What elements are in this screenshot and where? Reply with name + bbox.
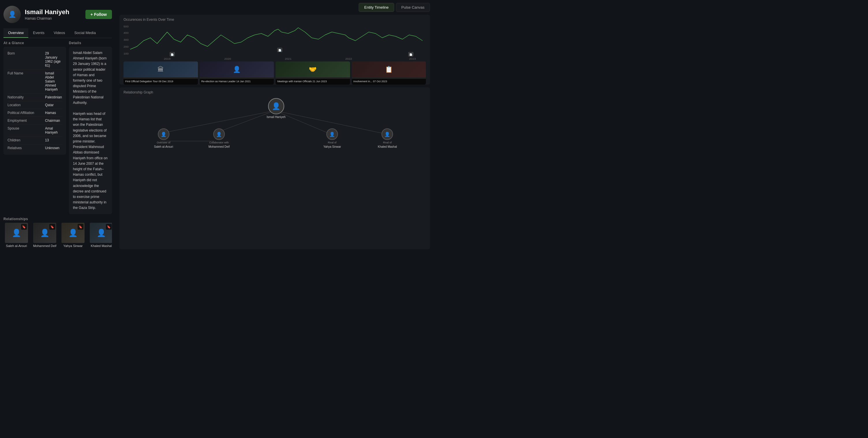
graph-area: 👤 Ismail Haniyeh 👤 Overseer of Saleh al-… <box>124 97 426 160</box>
glance-value-nationality: Palestinian <box>45 95 62 99</box>
tab-pulse-canvas[interactable]: Pulse Canvas <box>396 3 430 12</box>
rel-img-khaled: 👤 🔖 <box>90 223 112 243</box>
glance-row-children: Children 13 <box>7 136 62 144</box>
glance-value-employment: Chairman <box>45 119 60 123</box>
glance-row-relatives: Relatives Unknown <box>7 144 62 152</box>
rel-img-yahya: 👤 🔖 <box>61 223 85 243</box>
svg-text:2022: 2022 <box>345 57 352 60</box>
svg-text:2020: 2020 <box>224 57 231 60</box>
save-icon-mohammed[interactable]: 🔖 <box>49 224 55 230</box>
event-card-meetings[interactable]: 🤝 Meetings with Iranian Officials 21 Jun… <box>276 61 350 85</box>
event-label-involvement: Involvement in... 07 Oct 2023 <box>352 79 426 85</box>
relationship-graph-title: Relationship Graph <box>124 90 426 94</box>
graph-node-yahya[interactable]: 👤 Rival of Yahya Sinwar <box>323 128 341 148</box>
rel-img-mohammed: 👤 🔖 <box>33 223 56 243</box>
glance-label-political: Political Affiliation <box>7 111 45 115</box>
entity-name: Ismail Haniyeh <box>25 8 82 16</box>
sub-node-role-khaled: Rival of <box>383 141 392 144</box>
glance-card: Born 29 January 1962 (age 61) Full Name … <box>3 47 66 155</box>
glance-row-employment: Employment Chairman <box>7 117 62 125</box>
entity-subtitle: Hamas Chairman <box>25 17 82 21</box>
rel-card-yahya[interactable]: 👤 🔖 Yahya Sinwar <box>60 223 86 248</box>
tab-overview[interactable]: Overview <box>3 28 28 38</box>
tab-social-media[interactable]: Social Media <box>69 28 100 38</box>
svg-text:300: 300 <box>124 38 129 41</box>
rel-name-saleh: Saleh al-Arouri <box>6 244 27 248</box>
sub-node-circle-yahya: 👤 <box>327 128 338 140</box>
details-title: Details <box>69 41 112 45</box>
event-card-delegation[interactable]: 🏛 First Official Delegation Tour 09 Dec … <box>124 61 198 85</box>
sub-node-name-saleh: Saleh al-Arouri <box>154 145 173 148</box>
event-img-meetings: 🤝 <box>276 61 350 77</box>
entity-header: 👤 Ismail Haniyeh Hamas Chairman + Follow <box>3 3 112 25</box>
rel-card-mohammed[interactable]: 👤 🔖 Mohammed Deif <box>32 223 58 248</box>
tab-videos[interactable]: Videos <box>49 28 70 38</box>
glance-value-children: 13 <box>45 138 49 142</box>
chart-section: Occurences in Events Over Time 500 400 3… <box>120 15 430 85</box>
follow-button[interactable]: + Follow <box>85 10 112 19</box>
relationships-section: Relationships 👤 🔖 Saleh al-Arouri 👤 🔖 Mo… <box>3 217 112 249</box>
graph-node-saleh[interactable]: 👤 Overseer of Saleh al-Arouri <box>154 128 173 148</box>
event-img-reelection: 👤 <box>200 61 274 77</box>
glance-label-children: Children <box>7 138 45 142</box>
sub-node-name-mohammed: Mohammed Deif <box>208 145 229 148</box>
left-panel: 👤 Ismail Haniyeh Hamas Chairman + Follow… <box>0 0 116 252</box>
glance-label-relatives: Relatives <box>7 146 45 150</box>
glance-label-spouse: Spouse <box>7 126 45 134</box>
avatar: 👤 <box>3 6 21 23</box>
glance-label-employment: Employment <box>7 119 45 123</box>
svg-text:200: 200 <box>124 45 129 48</box>
graph-node-khaled[interactable]: 👤 Rival of Khaled Mashal <box>378 128 397 148</box>
event-label-reelection: Re-election as Hamas Leader 14 Jan 2021 <box>200 79 274 85</box>
event-label-meetings: Meetings with Iranian Officials 21 Jun 2… <box>276 79 350 85</box>
main-node-circle: 👤 <box>268 98 284 114</box>
sub-node-role-mohammed: Collaborator with <box>209 141 229 144</box>
rel-img-saleh: 👤 🔖 <box>5 223 28 243</box>
event-card-involvement[interactable]: 📋 Involvement in... 07 Oct 2023 <box>352 61 426 85</box>
event-card-reelection[interactable]: 👤 Re-election as Hamas Leader 14 Jan 202… <box>200 61 274 85</box>
sub-node-circle-mohammed: 👤 <box>213 128 225 140</box>
right-tabs: Entity Timeline Pulse Canvas <box>120 3 430 12</box>
event-img-delegation: 🏛 <box>124 61 198 77</box>
svg-text:2019: 2019 <box>164 57 170 60</box>
details-text: Ismail Abdel Salam Ahmed Haniyeh (born 2… <box>69 47 112 214</box>
at-a-glance-title: At a Glance <box>3 41 66 45</box>
tabs: Overview Events Videos Social Media <box>3 28 112 38</box>
glance-label-nationality: Nationality <box>7 95 45 99</box>
right-panel: Entity Timeline Pulse Canvas Occurences … <box>116 0 434 252</box>
glance-row-born: Born 29 January 1962 (age 61) <box>7 50 62 69</box>
event-img-involvement: 📋 <box>352 61 426 77</box>
glance-value-location: Qatar <box>45 103 54 107</box>
glance-label-fullname: Full Name <box>7 71 45 91</box>
rel-name-khaled: Khaled Mashal <box>91 244 112 248</box>
glance-value-fullname: Ismail Abdel Salam Ahmed Haniyeh <box>45 71 62 91</box>
glance-label-location: Location <box>7 103 45 107</box>
sub-node-circle-khaled: 👤 <box>381 128 393 140</box>
glance-value-born: 29 January 1962 (age 61) <box>45 51 62 67</box>
at-a-glance-section: At a Glance Born 29 January 1962 (age 61… <box>3 41 66 214</box>
relationship-graph-section: Relationship Graph 👤 Ismail Haniyeh <box>120 87 430 249</box>
save-icon-yahya[interactable]: 🔖 <box>78 224 83 230</box>
tab-entity-timeline[interactable]: Entity Timeline <box>359 3 394 12</box>
svg-text:2023: 2023 <box>409 57 416 60</box>
relationships-title: Relationships <box>3 217 112 221</box>
glance-value-political: Hamas <box>45 111 56 115</box>
graph-node-main[interactable]: 👤 Ismail Haniyeh <box>267 98 286 119</box>
sub-node-role-saleh: Overseer of <box>157 141 170 144</box>
tab-events[interactable]: Events <box>28 28 49 38</box>
svg-text:100: 100 <box>124 52 129 55</box>
chart-title: Occurences in Events Over Time <box>124 18 426 22</box>
rel-name-mohammed: Mohammed Deif <box>33 244 57 248</box>
glance-value-relatives: Unknown <box>45 146 59 150</box>
glance-row-political: Political Affiliation Hamas <box>7 109 62 117</box>
rel-card-saleh[interactable]: 👤 🔖 Saleh al-Arouri <box>3 223 29 248</box>
svg-text:📄: 📄 <box>170 53 174 56</box>
rel-card-khaled[interactable]: 👤 🔖 Khaled Mashal <box>88 223 112 248</box>
glance-row-location: Location Qatar <box>7 101 62 109</box>
save-icon-khaled[interactable]: 🔖 <box>106 224 112 230</box>
graph-node-mohammed[interactable]: 👤 Collaborator with Mohammed Deif <box>208 128 229 148</box>
save-icon-saleh[interactable]: 🔖 <box>21 224 27 230</box>
main-node-name: Ismail Haniyeh <box>267 116 286 119</box>
details-section: Details Ismail Abdel Salam Ahmed Haniyeh… <box>69 41 112 214</box>
event-strip: 🏛 First Official Delegation Tour 09 Dec … <box>124 61 426 85</box>
